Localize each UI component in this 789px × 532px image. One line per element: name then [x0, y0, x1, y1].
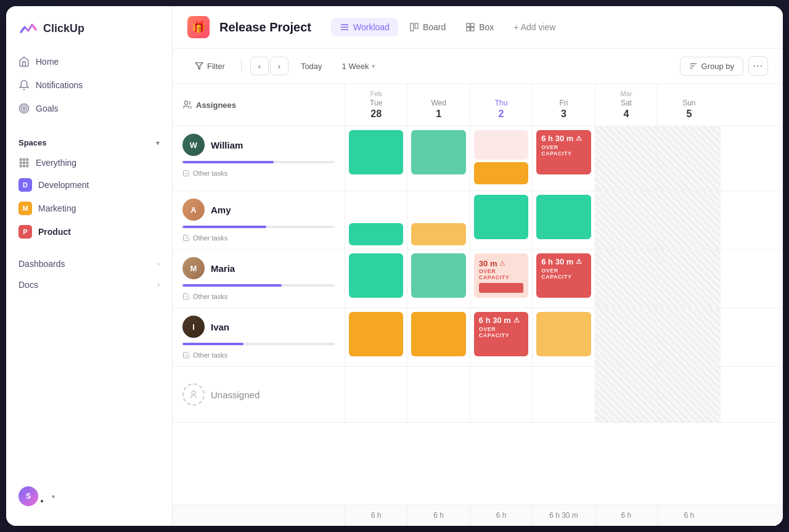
svg-marker-21 — [195, 63, 203, 70]
task-block[interactable] — [474, 195, 528, 239]
sidebar-nav: Home Notifications Goals — [6, 51, 172, 121]
docs-chevron-icon: › — [157, 280, 160, 289]
task-block[interactable] — [474, 162, 528, 184]
task-block-overcapacity[interactable]: 6 h 30 m ⚠ OVER CAPACITY — [536, 253, 591, 298]
svg-point-26 — [192, 391, 195, 395]
tasks-icon — [182, 234, 190, 242]
svg-rect-20 — [471, 28, 474, 31]
board-tab-icon — [409, 22, 419, 32]
task-block-overcapacity[interactable]: 6 h 30 m ⚠ OVER CAPACITY — [474, 312, 528, 356]
assignee-cell-maria: M Maria Other tasks — [173, 250, 345, 308]
tasks-icon — [182, 170, 190, 177]
more-options-button[interactable]: ··· — [748, 56, 768, 76]
user-avatar-s[interactable]: S — [18, 486, 38, 506]
sidebar-item-docs[interactable]: Docs › — [6, 274, 172, 295]
task-block[interactable] — [536, 312, 591, 356]
task-block[interactable] — [411, 130, 465, 174]
filter-button[interactable]: Filter — [187, 57, 232, 75]
spaces-section-header[interactable]: Spaces ▾ — [6, 131, 172, 152]
add-view-button[interactable]: + Add view — [505, 18, 564, 36]
task-block[interactable] — [349, 130, 403, 174]
assignees-icon — [182, 100, 192, 110]
tab-board[interactable]: Board — [401, 18, 454, 36]
maria-day-tue — [345, 250, 407, 308]
product-badge: P — [18, 225, 32, 239]
task-block-overcapacity-light[interactable]: 30 m ⚠ OVER CAPACITY — [474, 253, 528, 298]
sidebar-item-product[interactable]: P Product — [6, 220, 172, 243]
task-block[interactable] — [411, 253, 465, 298]
unassigned-day-fri — [533, 367, 595, 422]
sidebar-item-development[interactable]: D Development — [6, 173, 172, 197]
today-button[interactable]: Today — [293, 58, 330, 75]
maria-day-wed — [407, 250, 470, 308]
sidebar-item-notifications[interactable]: Notifications — [11, 74, 167, 96]
sidebar-item-home[interactable]: Home — [11, 51, 167, 73]
week-selector[interactable]: 1 Week ▾ — [335, 58, 383, 75]
other-tasks-ivan[interactable]: Other tasks — [182, 350, 335, 359]
svg-point-8 — [27, 162, 28, 164]
svg-rect-15 — [411, 23, 414, 31]
tab-box[interactable]: Box — [457, 18, 502, 36]
amy-day-fri — [533, 191, 595, 249]
tab-workload[interactable]: Workload — [331, 18, 398, 36]
hours-fri: 6 h 30 m — [533, 505, 595, 526]
group-by-button[interactable]: Group by — [680, 57, 743, 76]
unassigned-label: Unassigned — [211, 390, 260, 400]
task-block[interactable] — [349, 223, 403, 245]
svg-point-11 — [27, 165, 28, 167]
assignee-name-william: William — [211, 140, 243, 150]
unassigned-day-sun — [658, 367, 720, 422]
prev-button[interactable]: ‹ — [250, 57, 269, 75]
svg-rect-18 — [471, 23, 474, 27]
user-dropdown-icon[interactable]: ▾ — [52, 493, 55, 500]
spaces-chevron-icon: ▾ — [156, 139, 160, 147]
box-tab-icon — [465, 22, 475, 32]
sidebar-item-goals[interactable]: Goals — [11, 97, 167, 120]
view-tabs: Workload Board Box + Add view — [331, 18, 564, 36]
other-tasks-amy[interactable]: Other tasks — [182, 233, 335, 242]
hours-sun: 6 h — [658, 505, 720, 526]
day-header-sun: Sun 5 — [658, 84, 720, 126]
assignee-row-ivan: I Ivan Other tasks — [173, 308, 783, 367]
task-block-overcapacity[interactable]: 6 h 30 m ⚠ OVER CAPACITY — [536, 130, 591, 174]
sidebar-item-dashboards[interactable]: Dashboards › — [6, 253, 172, 274]
avatar-ivan: I — [182, 316, 205, 338]
task-block[interactable] — [411, 223, 465, 245]
amy-day-sat — [595, 191, 658, 249]
assignee-row-unassigned: Unassigned — [173, 367, 783, 423]
other-tasks-maria[interactable]: Other tasks — [182, 292, 335, 300]
sidebar-item-marketing[interactable]: M Marketing — [6, 197, 172, 220]
svg-point-4 — [23, 158, 25, 160]
spaces-label: Spaces — [18, 138, 47, 147]
task-block[interactable] — [349, 253, 403, 298]
amy-day-thu — [470, 191, 533, 249]
task-block[interactable] — [411, 312, 465, 356]
next-button[interactable]: › — [270, 57, 288, 75]
svg-point-6 — [20, 162, 22, 164]
svg-point-9 — [20, 165, 22, 167]
logo[interactable]: ClickUp — [6, 18, 172, 51]
task-block[interactable] — [536, 195, 591, 239]
hours-sat: 6 h — [595, 505, 658, 526]
ivan-day-wed — [407, 308, 470, 366]
assignee-cell-ivan: I Ivan Other tasks — [173, 308, 345, 366]
goals-icon — [18, 103, 30, 114]
day-header-sat: Mar Sat 4 — [595, 84, 658, 126]
svg-rect-19 — [467, 28, 470, 31]
toolbar: Filter ‹ › Today 1 Week ▾ Group by ··· — [173, 49, 783, 84]
unassigned-day-thu — [470, 367, 533, 422]
amy-day-wed — [407, 191, 470, 249]
other-tasks-william[interactable]: Other tasks — [182, 168, 335, 177]
dashboards-chevron-icon: › — [157, 260, 160, 268]
task-block[interactable] — [349, 312, 403, 356]
svg-point-2 — [23, 108, 25, 110]
task-block[interactable] — [474, 130, 528, 160]
marketing-badge: M — [18, 202, 32, 215]
amy-day-tue — [345, 191, 407, 249]
logo-text: ClickUp — [43, 22, 84, 35]
sidebar: ClickUp Home Notifications Goals Spaces … — [6, 6, 173, 526]
nav-arrows: ‹ › — [250, 57, 288, 75]
svg-point-10 — [23, 165, 25, 167]
sidebar-item-everything[interactable]: Everything — [6, 152, 172, 173]
assignee-name-amy: Amy — [211, 205, 231, 215]
